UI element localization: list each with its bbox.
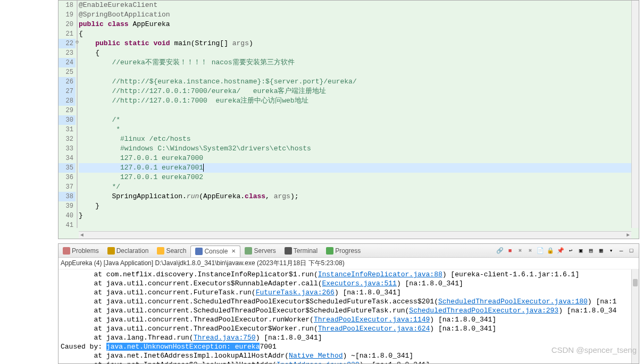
stack-trace-link[interactable]: InstanceInfoReplicator.java:88 xyxy=(318,270,442,278)
console-line[interactable]: at java.net.InetAddress$2.lookupAllHostA… xyxy=(61,360,629,363)
stack-trace-link[interactable]: FutureTask.java:266 xyxy=(256,289,335,297)
code-line[interactable] xyxy=(79,221,631,228)
close-icon[interactable]: ✕ xyxy=(231,248,236,254)
line-number[interactable]: 35 xyxy=(59,163,76,173)
code-line[interactable]: public static void main(String[] args) xyxy=(79,39,631,48)
stack-trace-link[interactable]: Executors.java:511 xyxy=(322,280,397,287)
scroll-right-icon[interactable]: ► xyxy=(625,232,631,238)
stack-trace-link[interactable]: ThreadPoolExecutor.java:624 xyxy=(318,325,430,333)
code-line[interactable]: //eureka不需要安装！！！！ nacos需要安装第三方软件 xyxy=(79,58,631,67)
horizontal-scrollbar[interactable]: ◄ ► xyxy=(79,231,631,239)
code-line[interactable]: //http://${eureka.instance.hostname}:${s… xyxy=(79,77,631,87)
line-number[interactable]: 29 xyxy=(59,106,76,115)
code-line[interactable]: public class AppEureka xyxy=(79,20,631,29)
line-number[interactable]: 19 xyxy=(59,10,76,20)
line-number[interactable]: 27 xyxy=(59,87,76,96)
line-number-gutter[interactable]: 1819202122⊖23242526272829303132333435363… xyxy=(59,1,78,228)
stack-trace-link[interactable]: Thread.java:750 xyxy=(194,334,256,342)
console-line[interactable]: at java.util.concurrent.ScheduledThreadP… xyxy=(61,297,629,306)
code-line[interactable] xyxy=(79,106,631,115)
open-console-button[interactable]: ▤ xyxy=(587,247,595,255)
line-number[interactable]: 37 xyxy=(59,182,76,192)
line-number[interactable]: 24 xyxy=(59,58,76,67)
console-vertical-scrollbar[interactable] xyxy=(631,269,639,363)
line-number[interactable]: 25 xyxy=(59,67,76,77)
drop-down-button[interactable]: ▾ xyxy=(607,247,615,255)
line-number[interactable]: 38 xyxy=(59,192,76,201)
stack-trace-link[interactable]: ThreadPoolExecutor.java:1149 xyxy=(314,316,430,324)
remove-button[interactable]: ✖ xyxy=(526,247,535,255)
console-line[interactable]: Caused by: java.net.UnknownHostException… xyxy=(61,342,629,351)
console-line[interactable]: at java.util.concurrent.ThreadPoolExecut… xyxy=(61,324,629,333)
code-line[interactable]: //http://127.0.0.1:7000/eureka/ eureka客户… xyxy=(79,87,631,96)
scroll-lock-button[interactable]: 🔒 xyxy=(546,247,555,255)
console-line[interactable]: at java.net.Inet6AddressImpl.lookupAllHo… xyxy=(61,351,629,360)
console-line[interactable]: at java.lang.Thread.run(Thread.java:750)… xyxy=(61,333,629,342)
tab-problems[interactable]: Problems xyxy=(59,246,103,256)
code-line[interactable]: /* xyxy=(79,115,631,125)
minimize-button[interactable]: — xyxy=(617,247,625,255)
tab-declaration[interactable]: Declaration xyxy=(103,246,153,256)
pin-button[interactable]: 📌 xyxy=(556,247,565,255)
code-line[interactable]: #linux /etc/hosts xyxy=(79,134,631,144)
tab-terminal[interactable]: Terminal xyxy=(280,246,322,256)
line-number[interactable]: 18 xyxy=(59,1,76,10)
code-editor[interactable]: 1819202122⊖23242526272829303132333435363… xyxy=(58,0,639,239)
code-line[interactable]: 127.0.0.1 eureka7002 xyxy=(79,173,631,182)
scroll-left-icon[interactable]: ◄ xyxy=(79,232,85,238)
stop-button[interactable]: ■ xyxy=(506,247,514,255)
code-line[interactable]: @EnableEurekaClient xyxy=(79,1,631,10)
tab-servers[interactable]: Servers xyxy=(240,246,280,256)
code-line[interactable]: } xyxy=(79,201,631,211)
line-number[interactable]: 20 xyxy=(59,20,76,29)
code-line[interactable]: */ xyxy=(79,182,631,192)
remove-all-button[interactable]: ✖ xyxy=(516,247,524,255)
line-number[interactable]: 26 xyxy=(59,77,76,87)
code-line[interactable]: } xyxy=(79,211,631,221)
console-line[interactable]: at com.netflix.discovery.InstanceInfoRep… xyxy=(61,270,629,279)
line-number[interactable]: 33 xyxy=(59,144,76,154)
stack-trace-link[interactable]: Native Method xyxy=(289,352,343,360)
code-line[interactable]: //http://127.0.0.1:7000 eureka注册中心访问web地… xyxy=(79,96,631,106)
tab-console[interactable]: Console✕ xyxy=(190,246,240,257)
link-button[interactable]: 🔗 xyxy=(496,247,504,255)
line-number[interactable]: 39 xyxy=(59,201,76,211)
code-line[interactable]: { xyxy=(79,29,631,39)
code-line[interactable]: 127.0.0.1 eureka7000 xyxy=(79,154,631,163)
tab-progress[interactable]: Progress xyxy=(322,246,365,256)
console-line[interactable]: at java.util.concurrent.FutureTask.run(F… xyxy=(61,288,629,297)
code-line[interactable] xyxy=(79,67,631,77)
line-number[interactable]: 40 xyxy=(59,211,76,221)
line-number[interactable]: 21 xyxy=(59,29,76,39)
new-console-button[interactable]: ▦ xyxy=(597,247,605,255)
word-wrap-button[interactable]: ↩ xyxy=(566,247,575,255)
code-line[interactable]: SpringApplication.run(AppEureka.class, a… xyxy=(79,192,631,201)
code-line[interactable]: * xyxy=(79,125,631,134)
scrollbar-thumb[interactable] xyxy=(633,279,638,286)
clear-button[interactable]: 📄 xyxy=(536,247,545,255)
line-number[interactable]: 28 xyxy=(59,96,76,106)
code-line[interactable]: @SpringBootApplication xyxy=(79,10,631,20)
code-line[interactable]: { xyxy=(79,48,631,58)
code-area[interactable]: @EnableEurekaClient@SpringBootApplicatio… xyxy=(79,1,631,228)
line-number[interactable]: 22 xyxy=(59,39,76,48)
console-line[interactable]: at java.util.concurrent.ThreadPoolExecut… xyxy=(61,315,629,324)
line-number[interactable]: 32 xyxy=(59,134,76,144)
vertical-scrollbar[interactable] xyxy=(631,1,639,228)
stack-trace-link[interactable]: ScheduledThreadPoolExecutor.java:180 xyxy=(438,298,588,306)
line-number[interactable]: 23 xyxy=(59,48,76,58)
maximize-button[interactable]: □ xyxy=(627,247,636,255)
console-line[interactable]: at java.util.concurrent.ScheduledThreadP… xyxy=(61,306,629,315)
tab-search[interactable]: Search xyxy=(153,246,190,256)
console-line[interactable]: at java.util.concurrent.Executors$Runnab… xyxy=(61,279,629,288)
line-number[interactable]: 41 xyxy=(59,221,76,230)
line-number[interactable]: 31 xyxy=(59,125,76,134)
code-line[interactable]: 127.0.0.1 eureka7001 xyxy=(79,163,631,173)
show-console-button[interactable]: ▣ xyxy=(577,247,585,255)
line-number[interactable]: 36 xyxy=(59,173,76,182)
stack-trace-link[interactable]: ScheduledThreadPoolExecutor.java:293 xyxy=(409,307,558,315)
stack-trace-link[interactable]: InetAddress.java:929 xyxy=(277,361,360,363)
code-line[interactable]: #windows C:\Windows\System32\drivers\etc… xyxy=(79,144,631,154)
line-number[interactable]: 34 xyxy=(59,154,76,163)
line-number[interactable]: 30 xyxy=(59,115,76,125)
